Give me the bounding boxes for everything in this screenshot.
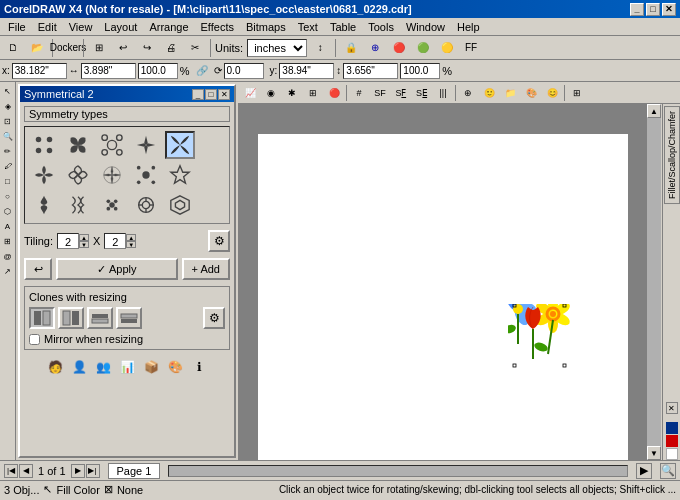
- menu-effects[interactable]: Effects: [195, 20, 240, 34]
- maximize-button[interactable]: □: [646, 3, 660, 16]
- eff-btn2[interactable]: ✱: [282, 84, 302, 102]
- eff-btn15[interactable]: ⊞: [567, 84, 587, 102]
- scroll-track-vertical[interactable]: [647, 118, 661, 446]
- sym-close[interactable]: ✕: [218, 89, 230, 100]
- sym-cell-8[interactable]: [97, 161, 127, 189]
- page-prev-button[interactable]: ◀: [19, 464, 33, 478]
- eff-btn6[interactable]: SF: [370, 84, 390, 102]
- menu-edit[interactable]: Edit: [32, 20, 63, 34]
- sym-cell-12[interactable]: [63, 191, 93, 219]
- tool-text[interactable]: A: [1, 219, 15, 233]
- menu-bitmaps[interactable]: Bitmaps: [240, 20, 292, 34]
- lock-icon[interactable]: 🔒: [340, 38, 362, 58]
- tb-btn-8[interactable]: 🔴: [388, 38, 410, 58]
- person-icon-1[interactable]: 🧑: [44, 356, 66, 378]
- angle-input[interactable]: [224, 63, 264, 79]
- mirror-checkbox[interactable]: [29, 334, 40, 345]
- clone-btn-2[interactable]: [58, 307, 84, 329]
- eff-btn12[interactable]: 📁: [500, 84, 520, 102]
- tool-select[interactable]: ↖: [1, 84, 15, 98]
- menu-view[interactable]: View: [63, 20, 99, 34]
- eff-btn13[interactable]: 🎨: [521, 84, 541, 102]
- sym-cell-7[interactable]: [63, 161, 93, 189]
- tiling-y-up[interactable]: ▲: [126, 234, 136, 241]
- units-select[interactable]: inches mm cm: [247, 39, 307, 57]
- eff-btn7[interactable]: SF̲: [391, 84, 411, 102]
- x-input[interactable]: [12, 63, 67, 79]
- tool-smart[interactable]: 🖊: [1, 159, 15, 173]
- menu-help[interactable]: Help: [451, 20, 486, 34]
- tiling-x-arrows[interactable]: ▲ ▼: [79, 234, 89, 248]
- menu-file[interactable]: File: [2, 20, 32, 34]
- close-button[interactable]: ✕: [662, 3, 676, 16]
- canvas-white[interactable]: [258, 134, 628, 460]
- new-button[interactable]: 🗋: [2, 38, 24, 58]
- menu-layout[interactable]: Layout: [98, 20, 143, 34]
- clone-btn-3[interactable]: [87, 307, 113, 329]
- undo-button[interactable]: ↩: [24, 258, 52, 280]
- eff-btn10[interactable]: ⊕: [458, 84, 478, 102]
- tb-btn-11[interactable]: FF: [460, 38, 482, 58]
- eff-btn4[interactable]: 🔴: [324, 84, 344, 102]
- clone-btn-4[interactable]: [116, 307, 142, 329]
- tiling-y-spinner[interactable]: 2 ▲ ▼: [104, 233, 136, 249]
- tiling-settings-button[interactable]: ⚙: [208, 230, 230, 252]
- close-panel-button[interactable]: ✕: [666, 402, 678, 418]
- eff-btn8[interactable]: SE̲: [412, 84, 432, 102]
- tb-btn-2[interactable]: ↩: [112, 38, 134, 58]
- tiling-y-arrows[interactable]: ▲ ▼: [126, 234, 136, 248]
- color-swatch-blue[interactable]: [666, 422, 678, 434]
- tb-btn-10[interactable]: 🟡: [436, 38, 458, 58]
- sym-minimize[interactable]: _: [192, 89, 204, 100]
- tool-crop[interactable]: ⊡: [1, 114, 15, 128]
- zoom-button[interactable]: 🔍: [660, 463, 676, 479]
- menu-arrange[interactable]: Arrange: [143, 20, 194, 34]
- sym-cell-2[interactable]: [63, 131, 93, 159]
- eff-btn14[interactable]: 😊: [542, 84, 562, 102]
- y-input[interactable]: [279, 63, 334, 79]
- color-swatch-red[interactable]: [666, 435, 678, 447]
- tool-freehand[interactable]: ✏: [1, 144, 15, 158]
- eff-chart[interactable]: 📈: [240, 84, 260, 102]
- sym-cell-15[interactable]: [165, 191, 195, 219]
- tb-btn-3[interactable]: ↪: [136, 38, 158, 58]
- menu-table[interactable]: Table: [324, 20, 362, 34]
- eff-btn11[interactable]: 🙂: [479, 84, 499, 102]
- page-tab[interactable]: Page 1: [108, 463, 161, 479]
- clones-settings-button[interactable]: ⚙: [203, 307, 225, 329]
- clone-btn-1[interactable]: [29, 307, 55, 329]
- menu-tools[interactable]: Tools: [362, 20, 400, 34]
- width-input[interactable]: [81, 63, 136, 79]
- scroll-up-button[interactable]: ▲: [647, 104, 661, 118]
- tool-spiral[interactable]: @: [1, 249, 15, 263]
- tool-zoom[interactable]: 🔍: [1, 129, 15, 143]
- sym-cell-4[interactable]: [131, 131, 161, 159]
- tb-btn-4[interactable]: 🖨: [160, 38, 182, 58]
- menu-window[interactable]: Window: [400, 20, 451, 34]
- sym-cell-14[interactable]: [131, 191, 161, 219]
- eff-btn5[interactable]: #: [349, 84, 369, 102]
- sym-maximize[interactable]: □: [205, 89, 217, 100]
- eff-btn9[interactable]: |||: [433, 84, 453, 102]
- minimize-button[interactable]: _: [630, 3, 644, 16]
- menu-text[interactable]: Text: [292, 20, 324, 34]
- tb-btn-5[interactable]: ✂: [184, 38, 206, 58]
- tool-ellipse[interactable]: ○: [1, 189, 15, 203]
- tool-shape[interactable]: ◈: [1, 99, 15, 113]
- sym-cell-3[interactable]: [97, 131, 127, 159]
- canvas-container[interactable]: [238, 104, 646, 460]
- sym-cell-9[interactable]: [131, 161, 161, 189]
- eff-btn1[interactable]: ◉: [261, 84, 281, 102]
- scroll-right-button[interactable]: ▶: [636, 463, 652, 479]
- tiling-x-spinner[interactable]: 2 ▲ ▼: [57, 233, 89, 249]
- tiling-x-up[interactable]: ▲: [79, 234, 89, 241]
- tool-connector[interactable]: ↗: [1, 264, 15, 278]
- person-icon-3[interactable]: 👥: [92, 356, 114, 378]
- height-pct[interactable]: [400, 63, 440, 79]
- box-icon[interactable]: 📦: [140, 356, 162, 378]
- sym-cell-5[interactable]: [165, 131, 195, 159]
- info-icon[interactable]: ℹ: [188, 356, 210, 378]
- height-input[interactable]: [343, 63, 398, 79]
- page-first-button[interactable]: |◀: [4, 464, 18, 478]
- dockers-button[interactable]: Dockers: [57, 38, 79, 58]
